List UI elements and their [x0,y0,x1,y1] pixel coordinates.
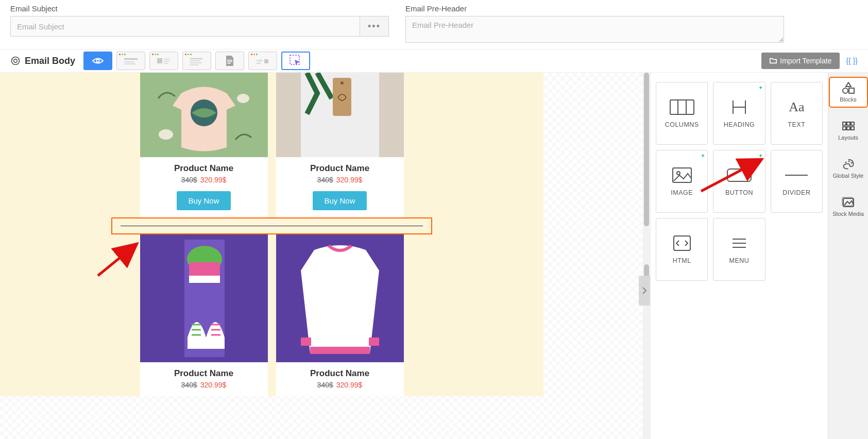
svg-rect-5 [124,63,135,64]
sparkle-icon: ✦ [701,153,705,159]
product-name: Product Name [144,368,264,379]
buy-button[interactable]: Buy Now [177,191,230,210]
eye-icon [92,57,104,65]
svg-rect-36 [301,337,311,346]
target-icon [10,56,21,66]
layout-lines-icon [189,55,205,66]
svg-point-51 [843,88,848,93]
block-menu[interactable]: MENU [713,218,765,281]
canvas-scroll[interactable]: Product Name 340$320.99$ Buy Now [0,73,650,439]
svg-rect-54 [847,122,850,125]
svg-rect-12 [190,62,201,63]
svg-rect-3 [124,58,138,60]
preheader-label: Email Pre-Header [405,4,784,13]
divider-icon [784,166,809,184]
text-icon: Aa [784,98,809,116]
svg-rect-16 [227,63,231,64]
document-icon [224,55,235,67]
product-name: Product Name [144,163,264,174]
price-new: 320.99$ [336,176,363,184]
svg-rect-37 [369,337,379,346]
product-card[interactable]: Product Name 340$320.99$ [140,234,268,396]
svg-rect-15 [227,61,232,62]
svg-rect-58 [851,127,854,130]
svg-point-1 [14,59,18,63]
svg-rect-35 [310,347,370,354]
svg-point-24 [237,94,249,103]
layout-button-1[interactable] [116,52,145,70]
folder-icon [770,57,777,64]
svg-rect-9 [164,63,168,64]
svg-point-59 [845,162,846,163]
preheader-input[interactable] [405,16,784,43]
svg-point-61 [850,162,852,164]
block-columns[interactable]: COLUMNS [656,82,708,145]
import-template-button[interactable]: Import Template [761,53,840,69]
preview-button[interactable] [83,52,112,70]
svg-rect-13 [190,64,198,65]
svg-rect-53 [843,122,846,125]
product-row: Product Name 340$320.99$ [111,234,432,396]
svg-rect-10 [190,58,202,59]
right-rail: Blocks Layouts Global Style Stock Media [828,73,868,439]
product-image [276,234,404,362]
merge-tags-button[interactable]: {{ }} [846,57,858,65]
main-area: Product Name 340$320.99$ Buy Now [0,73,868,439]
menu-icon [727,234,752,252]
rail-blocks[interactable]: Blocks [830,78,867,107]
block-text[interactable]: Aa TEXT [771,82,823,145]
heading-icon [727,98,752,116]
svg-rect-19 [264,59,268,63]
block-button[interactable]: ✦ BUTTON [713,150,765,213]
code-icon: </> [255,56,270,66]
divider-block-selected[interactable] [111,217,432,234]
product-card[interactable]: Product Name 340$320.99$ [276,234,404,396]
rail-global-style[interactable]: Global Style [830,154,867,183]
button-icon [727,166,752,184]
chevron-right-icon [642,286,647,295]
block-divider[interactable]: DIVIDER [771,150,823,213]
svg-rect-39 [670,100,694,114]
buy-button[interactable]: Buy Now [313,191,366,210]
panel-collapse-handle[interactable] [639,276,650,306]
block-image[interactable]: ✦ IMAGE [656,150,708,213]
code-button[interactable]: </> [248,52,277,70]
element-picker-button[interactable] [281,52,310,70]
email-canvas[interactable]: Product Name 340$320.99$ Buy Now [0,73,543,396]
rail-stock-media[interactable]: Stock Media [830,192,867,221]
subject-group: Email Subject ••• [10,4,389,43]
block-heading[interactable]: ✦ HEADING [713,82,765,145]
price-new: 320.99$ [200,381,227,389]
svg-rect-57 [847,127,850,130]
layout-button-2[interactable] [149,52,178,70]
svg-point-0 [12,57,20,65]
price-old: 340$ [317,176,333,184]
product-info: Product Name 340$320.99$ [276,362,404,396]
ellipsis-icon: ••• [368,21,381,32]
divider-line [121,226,423,226]
header-form: Email Subject ••• Email Pre-Header [0,0,868,49]
layout-button-3[interactable] [182,52,211,70]
block-html[interactable]: HTML [656,218,708,281]
subject-label: Email Subject [10,4,389,13]
price-old: 340$ [181,381,197,389]
product-card[interactable]: Product Name 340$320.99$ Buy Now [140,73,268,217]
subject-input[interactable] [10,16,360,37]
svg-point-2 [96,59,99,62]
rail-layouts[interactable]: Layouts [830,116,867,145]
toolbar-title: Email Body [25,56,75,66]
product-info: Product Name 340$320.99$ Buy Now [140,157,268,217]
document-button[interactable] [215,52,244,70]
price-new: 320.99$ [336,381,363,389]
product-image [140,234,268,362]
email-body-toolbar: Email Body </> [0,49,868,73]
product-card[interactable]: Product Name 340$320.99$ Buy Now [276,73,404,217]
canvas-scrollbar[interactable] [643,73,650,439]
svg-text:</>: </> [257,58,263,63]
picker-icon [288,54,303,68]
svg-point-28 [341,81,344,85]
palette-icon [841,158,856,171]
subject-options-button[interactable]: ••• [360,16,389,37]
image-icon [670,166,694,184]
scroll-thumb[interactable] [644,73,649,226]
